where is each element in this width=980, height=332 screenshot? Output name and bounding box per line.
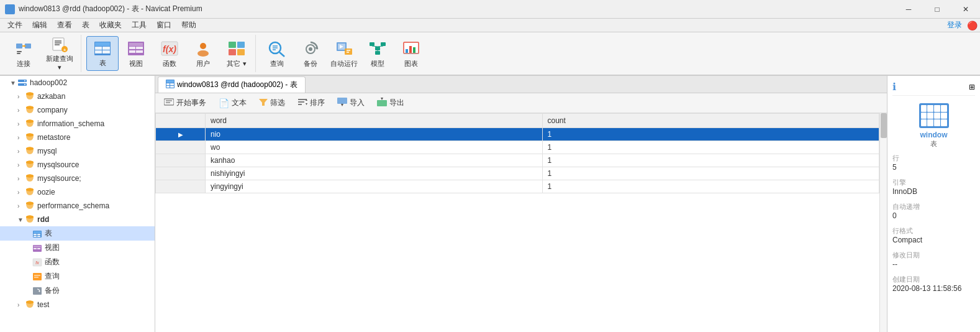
- sidebar-item-azkaban[interactable]: › azkaban: [0, 90, 155, 103]
- sidebar-item-company[interactable]: › company: [0, 103, 155, 117]
- mysqlsource-label: mysqlsource: [37, 160, 79, 169]
- svg-rect-29: [237, 42, 245, 48]
- col-count[interactable]: count: [542, 114, 879, 128]
- svg-rect-56: [413, 47, 415, 53]
- table-icon-cell-9: [921, 119, 927, 126]
- sidebar-item-rdd-table[interactable]: 表: [0, 226, 155, 241]
- svg-marker-115: [306, 103, 307, 105]
- svg-rect-103: [166, 83, 170, 85]
- db-icon-rdd: [25, 214, 35, 224]
- autorun-button[interactable]: 自动运行: [328, 36, 360, 71]
- sidebar-item-rdd-backup[interactable]: 备份: [0, 284, 155, 298]
- autorun-icon: [334, 39, 354, 58]
- menu-file[interactable]: 文件: [2, 19, 27, 32]
- sidebar-item-metastore[interactable]: › metastore: [0, 131, 155, 144]
- table-row[interactable]: nishiyingyi1: [156, 167, 879, 180]
- table-row[interactable]: wo1: [156, 141, 879, 154]
- filter-button[interactable]: 筛选: [255, 96, 289, 109]
- function-button[interactable]: f(x) 函数: [153, 36, 186, 71]
- menu-window[interactable]: 窗口: [152, 19, 176, 32]
- info-section-format: 行格式 Compact: [892, 226, 975, 244]
- sidebar-item-mysqlsource[interactable]: › mysqlsource: [0, 158, 155, 172]
- table-row[interactable]: ▶nio1: [156, 128, 879, 141]
- sort-button[interactable]: 排序: [294, 96, 329, 109]
- menu-help[interactable]: 帮助: [176, 19, 201, 32]
- vertical-scrollbar[interactable]: [879, 113, 887, 332]
- sidebar-item-oozie[interactable]: › oozie: [0, 185, 155, 199]
- table-button[interactable]: 表: [86, 36, 119, 71]
- svg-point-79: [26, 202, 34, 205]
- menu-favorites[interactable]: 收藏夹: [94, 19, 127, 32]
- maximize-button[interactable]: □: [923, 0, 951, 19]
- filter-label: 筛选: [270, 98, 285, 108]
- info-icon[interactable]: ℹ: [892, 81, 896, 93]
- menu-edit[interactable]: 编辑: [27, 19, 52, 32]
- connect-button[interactable]: 连接: [7, 36, 40, 71]
- cell-word: nio: [206, 128, 543, 141]
- sidebar-item-rdd-query[interactable]: 查询: [0, 269, 155, 284]
- expand-arrow-company: ›: [17, 107, 25, 114]
- db-icon-mysqlsource-semi: [25, 173, 35, 183]
- model-icon: [368, 39, 388, 58]
- sidebar-item-rdd[interactable]: ▼ rdd: [0, 213, 155, 226]
- sidebar-item-rdd-view[interactable]: 视图: [0, 241, 155, 255]
- menu-table[interactable]: 表: [77, 19, 94, 32]
- db-icon-oozie: [25, 187, 35, 197]
- table-row[interactable]: yingyingyi1: [156, 180, 879, 193]
- query-button[interactable]: 查询: [261, 36, 293, 71]
- begin-tx-label: 开始事务: [176, 98, 206, 108]
- minimize-button[interactable]: ─: [894, 0, 923, 19]
- query-label: 查询: [270, 59, 284, 68]
- table-icon-cell-4: [941, 105, 947, 112]
- db-icon-company: [25, 105, 35, 115]
- chart-label: 图表: [404, 59, 418, 68]
- toolbar-group-tools: 查询 备份: [258, 35, 430, 72]
- action-bar: 开始事务 📄 文本 筛选: [155, 93, 887, 113]
- begin-tx-button[interactable]: 开始事务: [160, 96, 210, 109]
- svg-text:fx: fx: [35, 261, 39, 265]
- svg-rect-85: [37, 234, 40, 235]
- menu-tools[interactable]: 工具: [127, 19, 152, 32]
- svg-rect-86: [34, 236, 37, 237]
- sidebar-item-hadoop002[interactable]: ▼ hadoop002: [0, 76, 155, 90]
- model-button[interactable]: 模型: [361, 36, 394, 71]
- close-button[interactable]: ✕: [951, 0, 980, 19]
- text-button[interactable]: 📄 文本: [215, 96, 250, 109]
- chart-button[interactable]: 图表: [395, 36, 427, 71]
- tab-bar: window0813 @rdd (hadoop002) - 表: [155, 76, 887, 93]
- import-button[interactable]: 导入: [333, 96, 368, 109]
- menu-view[interactable]: 查看: [52, 19, 77, 32]
- backup-button[interactable]: 备份: [294, 36, 327, 71]
- svg-marker-117: [341, 104, 343, 106]
- new-query-button[interactable]: + 新建查询 ▾: [41, 36, 78, 71]
- sidebar-item-mysqlsource-semi[interactable]: › mysqlsource;: [0, 172, 155, 185]
- user-button[interactable]: 用户: [187, 36, 219, 71]
- table-tab[interactable]: window0813 @rdd (hadoop002) - 表: [158, 76, 306, 93]
- svg-rect-22: [129, 50, 135, 53]
- view-label: 视图: [129, 59, 143, 68]
- expand-arrow-information-schema: ›: [17, 121, 25, 127]
- export-button[interactable]: 导出: [373, 96, 408, 109]
- svg-rect-48: [381, 42, 386, 46]
- menu-bar: 文件 编辑 查看 表 收藏夹 工具 窗口 帮助 登录 🔴: [0, 19, 980, 32]
- sidebar-item-performance-schema[interactable]: › performance_schema: [0, 199, 155, 213]
- company-label: company: [37, 106, 68, 114]
- svg-rect-14: [95, 47, 102, 50]
- login-link[interactable]: 登录: [947, 20, 962, 30]
- table-row[interactable]: kanhao1: [156, 154, 879, 167]
- title-bar: window0813 @rdd (hadoop002) - 表 - Navica…: [0, 0, 980, 19]
- sidebar-item-information-schema[interactable]: › information_schema: [0, 117, 155, 131]
- col-word[interactable]: word: [206, 114, 543, 128]
- view-button[interactable]: 视图: [120, 36, 152, 71]
- connect-icon: [14, 39, 34, 58]
- svg-point-39: [309, 47, 312, 51]
- sidebar-item-test[interactable]: › test: [0, 298, 155, 311]
- other-button[interactable]: 其它 ▾: [220, 36, 253, 71]
- export-icon: [377, 98, 387, 108]
- info-expand-icon[interactable]: ⊞: [969, 83, 975, 91]
- svg-rect-91: [37, 248, 40, 249]
- sidebar-item-rdd-function[interactable]: fx 函数: [0, 255, 155, 269]
- row-marker: ▶: [156, 128, 206, 141]
- sidebar-item-mysql[interactable]: › mysql: [0, 144, 155, 158]
- table-area[interactable]: word count ▶nio1wo1kanhao1nishiyingyi1yi…: [155, 113, 879, 332]
